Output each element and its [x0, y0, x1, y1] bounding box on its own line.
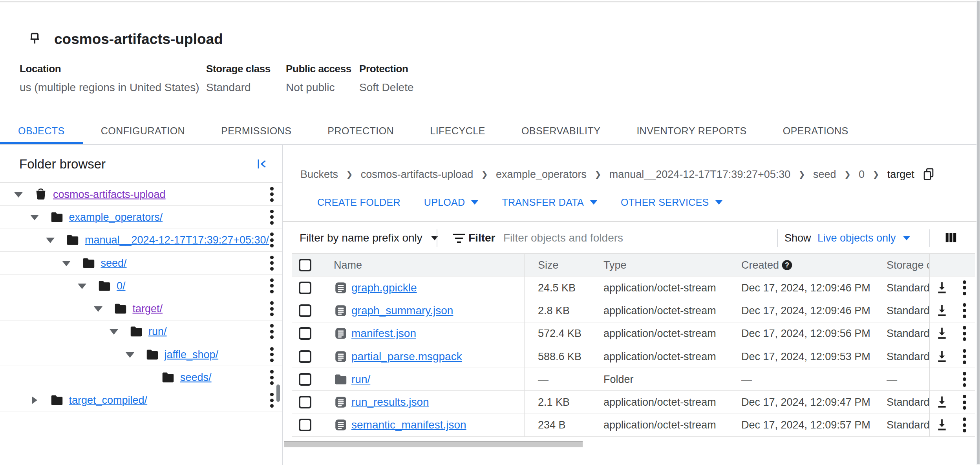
row-checkbox[interactable]: [299, 396, 311, 408]
column-header-type[interactable]: Type: [603, 259, 627, 271]
more-options-icon[interactable]: [962, 372, 966, 387]
column-header-name[interactable]: Name: [334, 259, 362, 271]
page-scrollbar[interactable]: [977, 1, 980, 464]
more-options-icon[interactable]: [270, 278, 274, 293]
breadcrumb-item-example-operators[interactable]: example_operators: [496, 168, 587, 181]
tab-permissions[interactable]: PERMISSIONS: [203, 118, 309, 144]
toolbar-divider: [282, 221, 980, 222]
transfer-data-button[interactable]: TRANSFER DATA: [502, 197, 597, 208]
object-link-graph-gpickle[interactable]: graph.gpickle: [351, 282, 417, 294]
more-options-icon[interactable]: [270, 210, 274, 225]
tab-lifecycle[interactable]: LIFECYCLE: [412, 118, 503, 144]
expand-arrow-icon[interactable]: [46, 238, 55, 243]
cell-type: application/octet-stream: [603, 396, 716, 408]
object-link-semantic-manifest-json[interactable]: semantic_manifest.json: [351, 419, 466, 431]
tab-operations[interactable]: OPERATIONS: [765, 118, 867, 144]
tree-link-seed[interactable]: seed/: [101, 257, 127, 269]
column-settings-icon[interactable]: [945, 232, 957, 243]
expand-arrow-icon[interactable]: [78, 284, 86, 289]
tab-protection[interactable]: PROTECTION: [309, 118, 412, 144]
column-header-created[interactable]: Created: [741, 259, 779, 271]
tree-link-target-compiled[interactable]: target_compiled/: [69, 394, 148, 406]
button-label: CREATE FOLDER: [317, 197, 400, 208]
object-link-manifest-json[interactable]: manifest.json: [351, 327, 416, 340]
column-header-size[interactable]: Size: [538, 259, 559, 271]
tree-item-cosmos-artifacts-upload: cosmos-artifacts-upload: [0, 183, 282, 206]
row-checkbox[interactable]: [299, 327, 311, 340]
download-icon[interactable]: [936, 281, 948, 295]
bucket-pin-icon[interactable]: [29, 33, 41, 46]
tree-item-target-compiled: target_compiled/: [0, 389, 282, 412]
more-options-icon[interactable]: [962, 303, 966, 318]
object-link-graph-summary-json[interactable]: graph_summary.json: [351, 304, 453, 317]
download-icon[interactable]: [936, 304, 948, 317]
tab-objects[interactable]: OBJECTS: [0, 118, 83, 144]
more-options-icon[interactable]: [270, 324, 274, 339]
expand-arrow-icon[interactable]: [14, 192, 23, 198]
object-link-run-results-json[interactable]: run_results.json: [351, 396, 429, 408]
tree-link-jaffle-shop[interactable]: jaffle_shop/: [165, 348, 219, 361]
row-checkbox[interactable]: [299, 419, 311, 431]
row-checkbox[interactable]: [299, 350, 311, 363]
cell-type: application/octet-stream: [603, 419, 716, 431]
folder-panel-scrollbar[interactable]: [276, 384, 280, 402]
more-options-icon[interactable]: [962, 395, 966, 410]
other-services-button[interactable]: OTHER SERVICES: [621, 197, 722, 208]
folder-icon: [130, 326, 142, 337]
more-options-icon[interactable]: [962, 280, 966, 295]
tab-observability[interactable]: OBSERVABILITY: [503, 118, 618, 144]
more-options-icon[interactable]: [962, 349, 966, 364]
row-checkbox[interactable]: [299, 304, 311, 317]
more-options-icon[interactable]: [270, 347, 274, 362]
filter-prefix-dropdown[interactable]: Filter by name prefix only: [300, 232, 438, 244]
more-options-icon[interactable]: [962, 326, 966, 341]
tab-configuration[interactable]: CONFIGURATION: [83, 118, 203, 144]
more-options-icon[interactable]: [270, 256, 274, 271]
more-options-icon[interactable]: [962, 417, 966, 432]
breadcrumb-item-0[interactable]: 0: [859, 168, 865, 181]
collapsed-arrow-icon[interactable]: [32, 396, 37, 404]
download-icon[interactable]: [936, 327, 948, 340]
select-all-checkbox[interactable]: [299, 259, 311, 271]
row-checkbox[interactable]: [299, 282, 311, 294]
breadcrumb-item-buckets[interactable]: Buckets: [300, 168, 338, 181]
more-options-icon[interactable]: [270, 233, 274, 247]
object-link-run[interactable]: run/: [351, 373, 370, 386]
download-icon[interactable]: [936, 350, 948, 363]
breadcrumb-item-cosmos-artifacts-upload[interactable]: cosmos-artifacts-upload: [361, 168, 474, 181]
object-link-partial-parse-msgpack[interactable]: partial_parse.msgpack: [351, 350, 462, 363]
tree-link-target[interactable]: target/: [133, 303, 163, 315]
expand-arrow-icon[interactable]: [62, 261, 71, 266]
tree-link-cosmos-artifacts-upload[interactable]: cosmos-artifacts-upload: [53, 188, 166, 200]
tree-link-0[interactable]: 0/: [117, 280, 126, 292]
expand-arrow-icon[interactable]: [126, 352, 134, 358]
download-icon[interactable]: [936, 395, 948, 409]
more-options-icon[interactable]: [270, 393, 274, 408]
breadcrumb-item-manual-2024-12-17t17-39-27-05-30[interactable]: manual__2024-12-17T17:39:27+05:30: [609, 168, 791, 181]
breadcrumb-item-seed[interactable]: seed: [813, 168, 836, 181]
upload-button[interactable]: UPLOAD: [424, 197, 479, 208]
folder-icon: [99, 281, 110, 291]
tree-link-seeds[interactable]: seeds/: [180, 372, 212, 384]
filter-objects-input[interactable]: Filter objects and folders: [503, 232, 623, 244]
expand-arrow-icon[interactable]: [110, 329, 118, 335]
copy-path-icon[interactable]: [923, 168, 934, 181]
more-options-icon[interactable]: [270, 370, 274, 385]
more-options-icon[interactable]: [270, 301, 274, 316]
horizontal-scrollbar[interactable]: [284, 441, 583, 447]
expand-arrow-icon[interactable]: [30, 215, 39, 220]
tree-link-manual-2024-12-17t17-39-27-05-30[interactable]: manual__2024-12-17T17:39:27+05:30/: [85, 234, 269, 246]
expand-arrow-icon[interactable]: [94, 306, 102, 312]
row-checkbox[interactable]: [299, 373, 311, 386]
show-dropdown[interactable]: Live objects only: [817, 232, 910, 244]
help-icon[interactable]: ?: [781, 259, 793, 271]
tree-link-example-operators[interactable]: example_operators/: [69, 211, 163, 223]
more-options-icon[interactable]: [270, 187, 274, 202]
collapse-panel-icon[interactable]: [256, 158, 268, 170]
tab-inventory-reports[interactable]: INVENTORY REPORTS: [618, 118, 764, 144]
column-header-storage-class[interactable]: Storage class: [887, 259, 929, 271]
button-label: UPLOAD: [424, 197, 465, 208]
tree-link-run[interactable]: run/: [148, 326, 167, 338]
download-icon[interactable]: [936, 418, 948, 432]
create-folder-button[interactable]: CREATE FOLDER: [317, 197, 400, 208]
